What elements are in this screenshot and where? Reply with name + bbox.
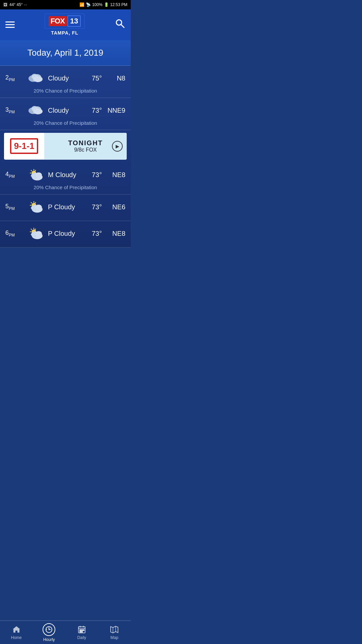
nav-hourly[interactable]: Hourly (33, 621, 66, 644)
wind-4pm: NE8 (105, 171, 125, 179)
weather-item-3pm: 3PM Cloudy 73° NNE9 20% Chance of Precip… (0, 98, 131, 130)
time-4pm: 4PM (5, 171, 24, 179)
nav-map-label: Map (111, 635, 118, 640)
ad-tonight-section: TONIGHT 9/8c FOX ▶ (44, 133, 127, 159)
svg-rect-54 (81, 631, 82, 632)
temp-3pm: 73° (86, 107, 102, 114)
clock-display: 12:53 PM (110, 2, 127, 7)
svg-line-27 (35, 202, 36, 203)
svg-rect-51 (81, 630, 82, 631)
weather-row: 5PM P Cloudy 73° NE6 (5, 200, 125, 214)
cloudy-icon-2pm (27, 71, 45, 85)
photo-icon: 🖼 (3, 2, 7, 7)
nav-home-label: Home (11, 635, 22, 640)
status-left: 🖼 44° 45° ··· (3, 2, 27, 7)
ad-banner[interactable]: 9-1-1 TONIGHT 9/8c FOX ▶ (4, 133, 127, 160)
time-3pm: 3PM (5, 106, 24, 114)
svg-line-15 (31, 170, 32, 171)
fox-text: FOX (49, 16, 67, 26)
status-bar: 🖼 44° 45° ··· 📶 📡 100% 🔋 12:53 PM (0, 0, 131, 9)
precip-3pm: 20% Chance of Precipitation (5, 117, 125, 130)
temp-5pm: 73° (86, 203, 102, 211)
time-5pm: 5PM (5, 203, 24, 211)
temp-6pm: 73° (86, 230, 102, 237)
search-button[interactable] (115, 18, 125, 31)
svg-line-16 (35, 170, 36, 171)
weather-list: 2PM Cloudy 75° N8 20% Chance of Precipit… (0, 66, 131, 248)
time-2pm: 2PM (5, 74, 24, 82)
menu-button[interactable] (5, 21, 15, 28)
time-6pm: 6PM (5, 229, 24, 237)
weather-item-5pm: 5PM P Cloudy 73° NE6 (0, 195, 131, 221)
precip-2pm: 20% Chance of Precipitation (5, 85, 125, 98)
condition-5pm: P Cloudy (48, 203, 82, 211)
weather-item-2pm: 2PM Cloudy 75° N8 20% Chance of Precipit… (0, 66, 131, 98)
temp-2pm: 75° (86, 74, 102, 82)
condition-4pm: M Cloudy (48, 171, 82, 179)
temperature-display: 44° 45° ··· (9, 2, 27, 7)
ad-tonight-text: TONIGHT (68, 139, 103, 147)
wind-2pm: N8 (105, 74, 125, 82)
bottom-nav: Home Hourly Daily (0, 621, 131, 644)
condition-6pm: P Cloudy (48, 230, 82, 237)
wind-3pm: NNE9 (105, 107, 125, 114)
weather-row: 6PM P Cloudy 73° NE8 (5, 226, 125, 240)
svg-line-1 (121, 24, 124, 28)
fox13-logo: FOX 13 (45, 13, 85, 29)
nav-daily[interactable]: Daily (65, 621, 98, 644)
svg-line-26 (31, 202, 32, 203)
date-title: Today, April 1, 2019 (5, 48, 125, 58)
partly-cloudy-icon-6pm (27, 226, 45, 240)
logo-container: FOX 13 TAMPA, FL (45, 13, 85, 36)
precip-5pm (5, 214, 125, 221)
condition-3pm: Cloudy (48, 107, 82, 114)
battery-icon: 🔋 (104, 2, 109, 7)
svg-line-38 (35, 229, 36, 230)
condition-2pm: Cloudy (48, 74, 82, 82)
svg-rect-53 (80, 631, 81, 632)
partly-cloudy-icon-4pm (27, 168, 45, 182)
nav-hourly-circle (43, 623, 55, 636)
location-text: TAMPA, FL (51, 30, 78, 36)
weather-row: 3PM Cloudy 73° NNE9 (5, 103, 125, 117)
svg-point-31 (35, 205, 42, 210)
svg-rect-50 (80, 630, 81, 631)
nav-home[interactable]: Home (0, 621, 33, 644)
main-content: Today, April 1, 2019 2PM Cloudy 75° N8 2… (0, 40, 131, 273)
weather-item-4pm: 4PM M Cloudy 73° (0, 162, 131, 195)
svg-rect-52 (83, 630, 84, 631)
wind-6pm: NE8 (105, 230, 125, 237)
ad-911-logo: 9-1-1 (4, 133, 44, 159)
svg-line-37 (31, 229, 32, 230)
signal-icon: 📡 (86, 2, 91, 7)
svg-point-20 (35, 172, 42, 178)
wifi-icon: 📶 (79, 2, 84, 7)
ad-showtime-text: 9/8c FOX (74, 147, 97, 153)
nav-daily-label: Daily (77, 635, 86, 640)
weather-item-6pm: 6PM P Cloudy 73° NE8 (0, 221, 131, 248)
status-right: 📶 📡 100% 🔋 12:53 PM (79, 2, 127, 7)
precip-6pm (5, 240, 125, 247)
wind-5pm: NE6 (105, 203, 125, 211)
svg-point-42 (35, 231, 42, 236)
temp-4pm: 73° (86, 171, 102, 179)
weather-row: 2PM Cloudy 75° N8 (5, 71, 125, 85)
nav-hourly-label: Hourly (43, 637, 55, 642)
nav-map[interactable]: Map (98, 621, 131, 644)
svg-point-9 (33, 108, 43, 114)
svg-point-5 (33, 76, 43, 82)
partly-cloudy-icon-5pm (27, 200, 45, 214)
thirteen-box: 13 (67, 15, 81, 27)
weather-row: 4PM M Cloudy 73° (5, 168, 125, 182)
ad-911-text: 9-1-1 (10, 138, 39, 154)
cloudy-icon-3pm (27, 103, 45, 117)
thirteen-text: 13 (70, 17, 78, 25)
app-header: FOX 13 TAMPA, FL (0, 9, 131, 40)
ad-play-button[interactable]: ▶ (112, 141, 123, 152)
precip-4pm: 20% Chance of Precipitation (5, 182, 125, 194)
date-header: Today, April 1, 2019 (0, 40, 131, 66)
battery-percent: 100% (92, 2, 103, 7)
